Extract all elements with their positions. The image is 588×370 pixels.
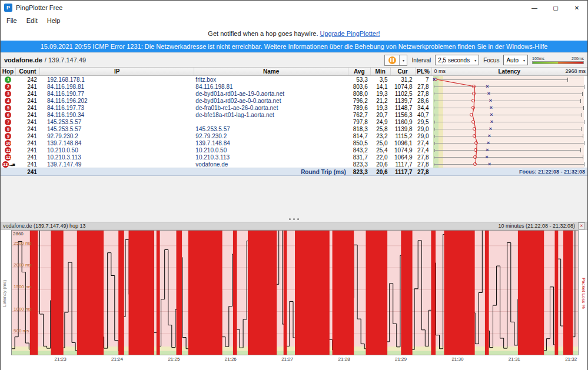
hop-min: 23,2: [371, 132, 391, 139]
header-count[interactable]: Count: [16, 68, 40, 75]
table-row[interactable]: 10241139.7.148.84139.7.148.84850,525,010…: [1, 139, 587, 146]
table-row[interactable]: 324184.116.190.77de-byd01a-rd01-ae-19-0.…: [1, 90, 587, 97]
menu-help[interactable]: Help: [42, 16, 65, 25]
hop-cell: 2: [1, 83, 16, 90]
min-cap: [434, 92, 434, 95]
interval-value: 2,5 seconds: [438, 57, 470, 64]
x-axis-tick-label: 21:30: [450, 356, 465, 362]
hop-ip: 192.168.178.1: [40, 76, 194, 83]
hop-pl: 27,8: [416, 83, 432, 90]
menu-file[interactable]: File: [2, 16, 22, 25]
hop-status-badge: 8: [5, 126, 11, 132]
header-hop[interactable]: Hop: [1, 68, 16, 75]
max-cap: [580, 99, 581, 103]
header-avg[interactable]: Avg: [348, 68, 371, 75]
max-cap: [584, 141, 584, 145]
hop-cell: 4: [1, 97, 16, 104]
hop-cur: 1064,9: [391, 154, 416, 161]
table-row[interactable]: 1242192.168.178.1fritz.box53,33,531,27×: [1, 76, 587, 83]
latency-time-plot[interactable]: 500 ms1000 ms1500 ms2000 ms2500 ms2860: [11, 230, 579, 355]
pause-dropdown-icon[interactable]: ▾: [399, 55, 407, 65]
window-controls: — ▢ ✕: [524, 1, 587, 15]
hop-name: vodafone.de: [194, 161, 348, 168]
menu-bar: File Edit Help: [1, 15, 587, 26]
hop-name: de-bfe18a-rt01-lag-1.aorta.net: [194, 111, 348, 118]
minimize-icon[interactable]: —: [524, 1, 545, 15]
hop-cell: 13▁▃▅: [1, 161, 16, 168]
svg-text:2500 ms: 2500 ms: [14, 241, 32, 246]
menu-edit[interactable]: Edit: [22, 16, 42, 25]
table-row[interactable]: 1224110.210.3.11310.210.3.113831,722,010…: [1, 154, 587, 161]
hop-cur: 1074,9: [391, 146, 416, 154]
hop-name: de-fra01b-rc1-ae-26-0.aorta.net: [194, 104, 348, 111]
hop-name: 145.253.5.57: [194, 125, 348, 132]
max-cap: [583, 134, 583, 138]
hop-cell: 9: [1, 132, 16, 139]
table-row[interactable]: 524184.116.197.73de-fra01b-rc1-ae-26-0.a…: [1, 104, 587, 111]
svg-text:1000 ms: 1000 ms: [14, 306, 32, 312]
table-row[interactable]: 1124110.210.0.5010.210.0.50843,225,41074…: [1, 146, 587, 154]
table-row[interactable]: 8241145.253.5.57145.253.5.57818,325,8113…: [1, 125, 587, 132]
hop-name: fritz.box: [194, 76, 348, 83]
icmp-error-banner: 15.09.2021 20:55 ICMP Error 1231: Die Ne…: [1, 41, 587, 52]
graph-indicator-icon: ▁▃▅: [9, 162, 15, 166]
min-cap: [434, 114, 434, 116]
current-marker: ×: [433, 76, 436, 83]
hop-avg: 814,7: [348, 132, 371, 139]
hop-pl: 7: [416, 76, 432, 83]
hop-avg: 843,2: [348, 146, 371, 154]
pane-splitter-handle[interactable]: [1, 216, 587, 222]
hop-status-badge: 5: [5, 105, 11, 111]
table-row[interactable]: 924192.79.230.292.79.230.2814,723,21115,…: [1, 132, 587, 139]
x-axis-tick-label: 21:24: [109, 356, 125, 362]
hop-cur: 1139,8: [391, 125, 416, 132]
header-name[interactable]: Name: [194, 68, 348, 75]
min-cap: [434, 85, 434, 88]
hop-latency-graph: ×: [432, 132, 587, 139]
min-cap: [434, 128, 435, 131]
hop-pl: 29,0: [416, 125, 432, 132]
table-row[interactable]: 13▁▃▅241139.7.147.49vodafone.de823,320,6…: [1, 161, 587, 168]
hop-avg: 823,3: [348, 161, 371, 168]
summary-min: 20,6: [371, 168, 391, 175]
hop-min: 25,4: [371, 146, 391, 154]
pause-button[interactable]: ▾: [384, 55, 407, 66]
current-marker: ×: [490, 111, 493, 118]
min-max-range-bar: [434, 143, 584, 144]
interval-select[interactable]: 2,5 seconds ▾: [435, 55, 479, 65]
header-cur[interactable]: Cur: [391, 68, 416, 75]
summary-pl: 27,8: [416, 168, 432, 175]
min-max-range-bar: [434, 164, 583, 165]
min-max-range-bar: [434, 94, 582, 94]
focus-select[interactable]: Auto ▾: [503, 55, 528, 65]
hop-status-badge: 10: [5, 140, 11, 146]
close-graph-icon[interactable]: ✕: [578, 222, 585, 229]
upgrade-link[interactable]: Upgrade PingPlotter!: [320, 30, 380, 37]
hop-cur: 1160,9: [391, 118, 416, 125]
hop-latency-graph: ×: [432, 111, 587, 118]
header-min[interactable]: Min: [371, 68, 391, 75]
hop-latency-graph: ×: [432, 90, 587, 97]
avg-marker: [473, 162, 477, 166]
hop-cur: 1156,3: [391, 111, 416, 118]
time-axis: 21:2321:2421:2521:2621:2721:2821:2921:30…: [1, 355, 587, 364]
svg-text:2860: 2860: [13, 231, 24, 236]
hop-ip: 139.7.147.49: [40, 161, 194, 168]
min-max-range-bar: [434, 129, 581, 129]
summary-count: 241: [16, 168, 40, 175]
hop-latency-graph: ×: [432, 154, 587, 161]
hop-min: 19,3: [371, 104, 391, 111]
table-row[interactable]: 624184.116.190.34de-bfe18a-rt01-lag-1.ao…: [1, 111, 587, 118]
close-icon[interactable]: ✕: [566, 1, 587, 15]
latency-time-plot-svg[interactable]: 500 ms1000 ms1500 ms2000 ms2500 ms2860: [11, 230, 579, 355]
table-row[interactable]: 224184.116.198.8184.116.198.81803,614,11…: [1, 83, 587, 90]
table-row[interactable]: 424184.116.196.202de-byd01a-rd02-ae-0-0.…: [1, 97, 587, 104]
header-pl[interactable]: PL%: [416, 68, 432, 75]
table-row[interactable]: 7241145.253.5.57797,824,91160,929,5×: [1, 118, 587, 125]
header-latency[interactable]: 0 ms Latency 2968 ms: [432, 68, 587, 75]
min-max-range-bar: [434, 157, 582, 158]
header-ip[interactable]: IP: [40, 68, 194, 75]
maximize-icon[interactable]: ▢: [545, 1, 566, 15]
target-ip: / 139.7.147.49: [45, 56, 86, 64]
hop-avg: 831,7: [348, 154, 371, 161]
